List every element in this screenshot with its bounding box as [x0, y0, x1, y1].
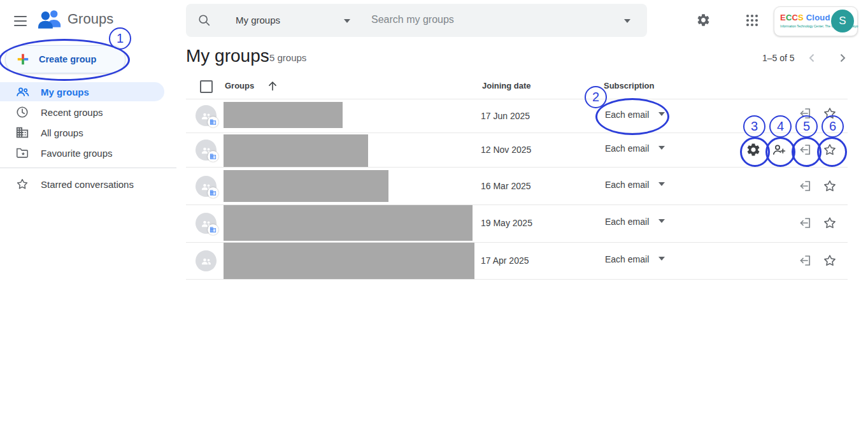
sidebar-divider — [0, 168, 176, 168]
subscription-dropdown[interactable]: Each email — [605, 110, 649, 120]
star-icon — [822, 215, 837, 231]
clock-icon — [15, 105, 31, 119]
column-header-joining-date[interactable]: Joining date — [482, 81, 531, 90]
redacted-group-name[interactable] — [224, 102, 343, 128]
star-button[interactable] — [822, 253, 837, 271]
annotation-badge-3: 3 — [743, 115, 765, 138]
scope-caret-icon[interactable] — [344, 19, 350, 23]
leave-group-icon — [797, 215, 813, 231]
chevron-right-icon — [835, 50, 850, 66]
group-avatar — [196, 105, 217, 126]
joining-date: 12 Nov 2025 — [481, 145, 531, 155]
dropdown-caret-icon[interactable] — [658, 112, 665, 116]
groups-logo-icon — [38, 9, 62, 29]
annotation-badge-4: 4 — [769, 115, 792, 138]
hamburger-menu-button[interactable] — [11, 11, 32, 32]
row-divider — [186, 167, 848, 168]
dropdown-caret-icon[interactable] — [658, 257, 665, 261]
group-avatar — [196, 176, 217, 197]
google-groups-page: Groups My groups Search my groups ECCS C… — [0, 0, 868, 430]
redacted-group-name[interactable] — [224, 170, 388, 202]
avatar-badge-building-icon — [208, 117, 218, 127]
sidebar-item-starred-conversations[interactable]: Starred conversations — [0, 175, 164, 194]
star-icon — [822, 178, 837, 194]
select-all-checkbox[interactable] — [200, 80, 213, 93]
star-button[interactable] — [822, 178, 837, 196]
row-divider — [186, 99, 848, 99]
subscription-dropdown[interactable]: Each email — [605, 180, 649, 190]
create-group-button[interactable]: Create group — [5, 45, 125, 73]
add-member-button[interactable] — [771, 142, 786, 160]
groups-home-link[interactable]: Groups — [38, 9, 113, 29]
star-icon — [822, 142, 837, 157]
group-avatar — [196, 140, 217, 161]
apps-grid-button[interactable] — [744, 13, 760, 31]
sidebar-item-label: Starred conversations — [41, 179, 134, 190]
dropdown-caret-icon[interactable] — [658, 146, 665, 150]
prev-page-button[interactable] — [804, 50, 820, 68]
group-settings-button[interactable] — [746, 142, 761, 160]
search-icon[interactable] — [197, 13, 211, 30]
sidebar-item-favourite-groups[interactable]: Favourite groups — [0, 143, 164, 162]
people-icon — [15, 85, 31, 99]
next-page-button[interactable] — [835, 50, 850, 68]
search-input[interactable]: Search my groups — [371, 14, 454, 25]
avatar-badge-building-icon — [208, 224, 218, 235]
leave-group-icon — [797, 178, 813, 194]
joining-date: 17 Jun 2025 — [481, 111, 530, 121]
building-icon — [15, 125, 31, 140]
subscription-dropdown[interactable]: Each email — [605, 143, 649, 154]
star-icon — [822, 253, 837, 268]
create-group-label: Create group — [39, 54, 96, 64]
sidebar-item-recent-groups[interactable]: Recent groups — [0, 103, 164, 122]
leave-group-button[interactable] — [797, 253, 813, 271]
eccs-cloud-mail-badge[interactable]: ECCS Cloud Mail Information Technology C… — [774, 6, 858, 36]
sort-ascending-icon[interactable] — [266, 79, 280, 96]
sidebar-item-label: Recent groups — [41, 107, 103, 118]
group-avatar — [196, 250, 217, 271]
settings-gear-icon[interactable] — [696, 13, 711, 30]
group-avatar — [196, 213, 217, 234]
leave-group-icon — [797, 142, 813, 157]
column-header-groups[interactable]: Groups — [225, 81, 254, 90]
row-divider — [186, 279, 848, 280]
joining-date: 19 May 2025 — [481, 218, 532, 228]
avatar-badge-building-icon — [208, 151, 218, 162]
row-divider — [186, 133, 848, 133]
star-icon — [15, 177, 31, 191]
leave-group-button[interactable] — [797, 215, 813, 233]
sidebar-item-my-groups[interactable]: My groups — [0, 82, 164, 101]
dropdown-caret-icon[interactable] — [658, 182, 665, 186]
redacted-group-name[interactable] — [224, 243, 474, 279]
sidebar-item-all-groups[interactable]: All groups — [0, 123, 164, 142]
sidebar-item-label: My groups — [41, 87, 89, 97]
chevron-left-icon — [804, 50, 820, 66]
subscription-dropdown[interactable]: Each email — [605, 217, 649, 227]
leave-group-button[interactable] — [797, 178, 813, 196]
account-avatar[interactable]: S — [831, 10, 854, 32]
star-button[interactable] — [822, 106, 837, 124]
product-name: Groups — [68, 11, 113, 27]
groups-count: 5 groups — [269, 52, 306, 63]
leave-group-icon — [797, 106, 813, 121]
leave-group-button[interactable] — [797, 142, 813, 160]
subscription-dropdown[interactable]: Each email — [605, 254, 649, 264]
folder-star-icon — [15, 146, 31, 160]
star-button[interactable] — [822, 142, 837, 160]
search-options-caret-icon[interactable] — [624, 19, 630, 23]
person-add-icon — [771, 142, 786, 157]
search-bar: My groups Search my groups — [186, 4, 647, 37]
sidebar-item-label: All groups — [41, 127, 83, 138]
search-scope-select[interactable]: My groups — [236, 15, 280, 25]
redacted-group-name[interactable] — [224, 205, 473, 241]
page-title: My groups — [186, 46, 269, 66]
star-button[interactable] — [822, 215, 837, 233]
column-header-subscription[interactable]: Subscription — [604, 81, 654, 90]
star-icon — [822, 106, 837, 121]
sidebar-item-label: Favourite groups — [41, 148, 113, 159]
leave-group-button[interactable] — [797, 106, 813, 124]
dropdown-caret-icon[interactable] — [658, 219, 665, 223]
redacted-group-name[interactable] — [224, 134, 368, 167]
gear-icon — [746, 142, 761, 157]
plus-icon — [16, 52, 30, 66]
